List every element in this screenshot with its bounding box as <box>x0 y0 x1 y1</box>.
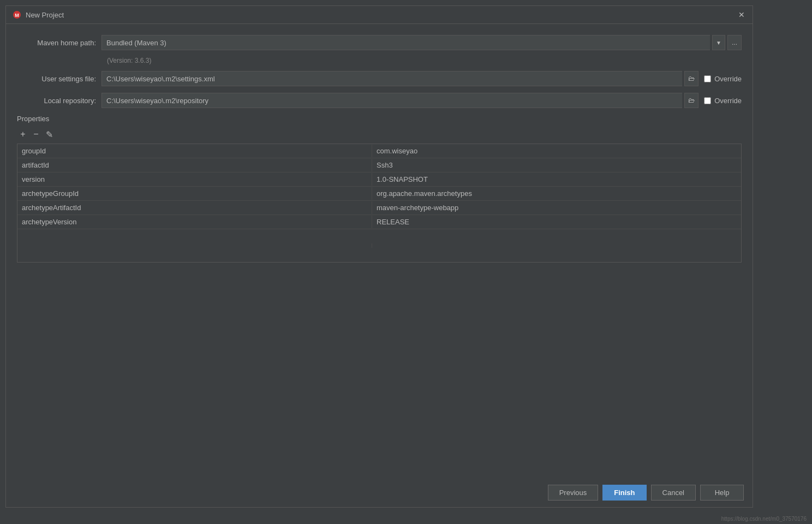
user-settings-input[interactable] <box>101 71 682 86</box>
user-settings-browse-btn[interactable]: 🗁 <box>684 71 698 86</box>
table-row[interactable]: groupId com.wiseyao <box>17 144 741 158</box>
local-repo-row: Local repository: 🗁 Override <box>17 93 742 108</box>
footer: Previous Finish Cancel Help <box>6 478 753 507</box>
property-key-1: artifactId <box>17 159 372 171</box>
user-settings-input-group: 🗁 Override <box>101 71 742 86</box>
title-bar-left: M New Project <box>13 10 64 19</box>
cancel-button[interactable]: Cancel <box>651 485 696 501</box>
local-repo-browse-btn[interactable]: 🗁 <box>684 93 698 108</box>
property-value-5: RELEASE <box>372 216 741 228</box>
close-button[interactable]: ✕ <box>737 10 746 19</box>
folder-icon-2: 🗁 <box>688 97 695 104</box>
table-row[interactable]: archetypeGroupId org.apache.maven.archet… <box>17 187 741 201</box>
maven-version-text: (Version: 3.6.3) <box>107 57 742 64</box>
table-empty-row <box>17 229 741 262</box>
property-key-4: archetypeArtifactId <box>17 201 372 214</box>
properties-table: groupId com.wiseyao artifactId Ssh3 vers… <box>17 144 742 263</box>
empty-key <box>17 243 372 248</box>
user-settings-override-label: Override <box>714 75 742 83</box>
empty-value <box>372 243 741 248</box>
watermark: https://blog.csdn.net/m0_37570176 <box>721 516 807 522</box>
dialog-content: Maven home path: ▼ ... (Version: 3.6.3) … <box>6 24 753 478</box>
user-settings-override-checkbox[interactable] <box>704 75 711 82</box>
local-repo-override-group: Override <box>704 97 742 105</box>
properties-section: Properties + − ✎ groupId com.wiseyao art… <box>17 115 742 263</box>
maven-home-browse-btn[interactable]: ... <box>727 35 742 50</box>
property-key-5: archetypeVersion <box>17 216 372 228</box>
local-repo-override-checkbox[interactable] <box>704 97 711 104</box>
bottom-area <box>17 263 742 473</box>
property-value-3: org.apache.maven.archetypes <box>372 187 741 200</box>
table-row[interactable]: version 1.0-SNAPSHOT <box>17 172 741 187</box>
property-value-2: 1.0-SNAPSHOT <box>372 173 741 186</box>
property-value-0: com.wiseyao <box>372 145 741 157</box>
maven-home-input-group: ▼ ... <box>101 35 742 50</box>
finish-button[interactable]: Finish <box>602 485 646 501</box>
maven-icon: M <box>13 10 21 19</box>
property-value-1: Ssh3 <box>372 159 741 171</box>
maven-home-dropdown-btn[interactable]: ▼ <box>712 35 725 50</box>
property-key-0: groupId <box>17 145 372 157</box>
local-repo-label: Local repository: <box>17 97 101 105</box>
new-project-dialog: M New Project ✕ Maven home path: ▼ ... (… <box>5 5 753 508</box>
title-bar: M New Project ✕ <box>6 6 753 24</box>
add-property-button[interactable]: + <box>17 128 29 140</box>
local-repo-input-group: 🗁 Override <box>101 93 742 108</box>
local-repo-override-label: Override <box>714 97 742 105</box>
folder-icon: 🗁 <box>688 75 695 82</box>
remove-property-button[interactable]: − <box>30 128 42 140</box>
maven-home-row: Maven home path: ▼ ... <box>17 35 742 50</box>
previous-button[interactable]: Previous <box>548 485 599 501</box>
table-row[interactable]: artifactId Ssh3 <box>17 158 741 172</box>
local-repo-input[interactable] <box>101 93 682 108</box>
maven-home-input[interactable] <box>101 35 710 50</box>
table-row[interactable]: archetypeVersion RELEASE <box>17 215 741 229</box>
property-key-2: version <box>17 173 372 186</box>
user-settings-label: User settings file: <box>17 75 101 83</box>
property-value-4: maven-archetype-webapp <box>372 201 741 214</box>
property-key-3: archetypeGroupId <box>17 187 372 200</box>
help-button[interactable]: Help <box>700 485 744 501</box>
dialog-title: New Project <box>26 11 64 19</box>
properties-toolbar: + − ✎ <box>17 128 742 140</box>
table-row[interactable]: archetypeArtifactId maven-archetype-weba… <box>17 201 741 215</box>
properties-title: Properties <box>17 115 742 123</box>
user-settings-override-group: Override <box>704 75 742 83</box>
svg-text:M: M <box>15 13 19 18</box>
edit-property-button[interactable]: ✎ <box>43 128 55 140</box>
maven-home-label: Maven home path: <box>17 39 101 47</box>
user-settings-row: User settings file: 🗁 Override <box>17 71 742 86</box>
